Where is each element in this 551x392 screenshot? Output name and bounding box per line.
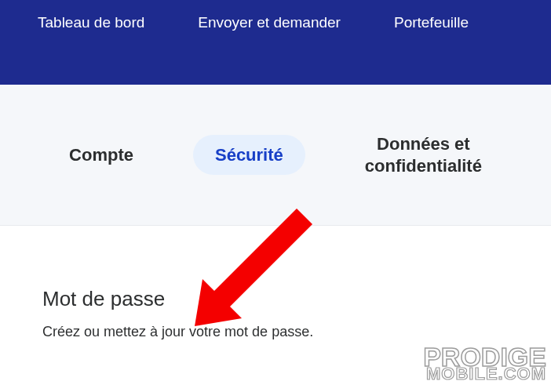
section-description-password: Créez ou mettez à jour votre mot de pass… xyxy=(42,324,551,340)
nav-send-request[interactable]: Envoyer et demander xyxy=(198,14,341,31)
watermark-line1: PRODIGE xyxy=(423,347,546,368)
nav-wallet[interactable]: Portefeuille xyxy=(394,14,469,31)
watermark-line2: MOBILE.COM xyxy=(423,367,546,381)
top-nav: Tableau de bord Envoyer et demander Port… xyxy=(0,0,551,85)
watermark: PRODIGE MOBILE.COM xyxy=(423,347,546,381)
content-area: Mot de passe Créez ou mettez à jour votr… xyxy=(0,226,551,340)
tab-security[interactable]: Sécurité xyxy=(193,135,305,176)
section-title-password: Mot de passe xyxy=(42,287,551,311)
sub-nav: Compte Sécurité Données etconfidentialit… xyxy=(0,85,551,226)
tab-account[interactable]: Compte xyxy=(47,135,155,176)
nav-dashboard[interactable]: Tableau de bord xyxy=(38,14,144,31)
tab-data-privacy[interactable]: Données etconfidentialité xyxy=(343,124,504,186)
